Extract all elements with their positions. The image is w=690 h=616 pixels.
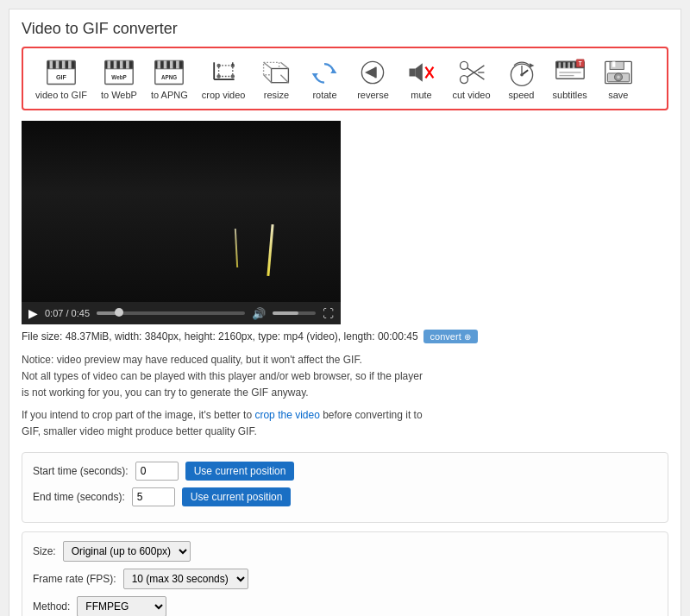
start-time-row: Start time (seconds): Use current positi… (33, 462, 657, 481)
progress-bar[interactable] (97, 311, 245, 315)
fps-row: Frame rate (FPS): 10 (max 30 seconds) 15… (33, 569, 657, 589)
crop-video-link[interactable]: crop the video (254, 409, 319, 421)
tool-save[interactable]: save (596, 53, 641, 104)
svg-rect-60 (572, 62, 574, 68)
svg-point-24 (216, 64, 221, 68)
svg-rect-10 (114, 61, 117, 69)
svg-rect-4 (62, 61, 66, 69)
save-icon (601, 57, 636, 88)
tool-label: subtitles (553, 90, 587, 100)
tool-subtitles[interactable]: T subtitles (548, 53, 593, 104)
svg-line-48 (467, 68, 484, 80)
tool-label: speed (509, 90, 535, 100)
page-container: Video to GIF converter GIF video to GIF (9, 9, 681, 616)
svg-line-47 (467, 66, 484, 78)
svg-line-33 (281, 62, 289, 68)
speed-icon (505, 57, 539, 88)
svg-rect-66 (610, 61, 624, 69)
rotate-icon (307, 57, 342, 88)
svg-rect-59 (568, 62, 570, 68)
svg-rect-2 (49, 61, 53, 69)
toolbar: GIF video to GIF WebP to WebP (22, 47, 668, 110)
file-info-text: File size: 48.37MiB, width: 3840px, heig… (22, 330, 418, 343)
video-light-2 (235, 229, 238, 267)
svg-rect-57 (558, 62, 561, 68)
tool-label: to WebP (101, 90, 137, 100)
notice-line4: If you intend to crop part of the image,… (22, 407, 668, 424)
reverse-icon (355, 57, 390, 88)
tool-video-to-gif[interactable]: GIF video to GIF (30, 53, 92, 104)
method-select[interactable]: FFMPEG ImageMagick (77, 596, 166, 616)
end-time-input[interactable] (132, 487, 175, 506)
use-position-start-button[interactable]: Use current position (185, 462, 295, 481)
svg-rect-67 (612, 61, 616, 66)
resize-icon (259, 57, 293, 88)
notice-line1: Notice: video preview may have reduced q… (22, 352, 668, 368)
svg-point-70 (617, 76, 620, 79)
notice-line2: Not all types of video can be played wit… (22, 368, 668, 385)
tool-label: cut video (452, 90, 490, 100)
svg-marker-37 (312, 73, 318, 78)
tool-crop-video[interactable]: crop video (197, 53, 251, 104)
fullscreen-button[interactable]: ⛶ (323, 307, 334, 320)
time-settings-section: Start time (seconds): Use current positi… (22, 452, 668, 523)
svg-rect-5 (68, 61, 72, 69)
tool-label: save (608, 90, 628, 100)
size-label: Size: (33, 545, 56, 557)
size-select[interactable]: Original (up to 600px) 320px 480px 600px (63, 541, 191, 562)
use-position-end-button[interactable]: Use current position (182, 487, 292, 506)
svg-point-46 (460, 61, 467, 69)
tool-rotate[interactable]: rotate (302, 53, 347, 104)
fps-select[interactable]: 10 (max 30 seconds) 15 (max 20 seconds) … (123, 569, 248, 589)
method-row: Method: FFMPEG ImageMagick (33, 596, 657, 616)
svg-text:WebP: WebP (111, 74, 126, 80)
start-time-label: Start time (seconds): (33, 465, 129, 477)
svg-point-26 (216, 74, 221, 79)
svg-rect-9 (107, 61, 110, 69)
fps-label: Frame rate (FPS): (33, 573, 116, 585)
tool-resize[interactable]: resize (254, 53, 298, 104)
start-time-input[interactable] (135, 462, 179, 481)
volume-fill (273, 311, 298, 315)
tool-reverse[interactable]: reverse (350, 53, 395, 104)
svg-rect-58 (563, 62, 566, 68)
tool-to-webp[interactable]: WebP to WebP (96, 53, 142, 104)
tool-label: resize (264, 90, 289, 100)
svg-marker-36 (331, 69, 337, 73)
size-row: Size: Original (up to 600px) 320px 480px… (33, 541, 657, 562)
svg-point-27 (231, 74, 235, 79)
tool-label: crop video (202, 90, 246, 100)
time-display: 0:07 / 0:45 (45, 308, 90, 318)
clapper-apng-icon: APNG (152, 57, 186, 88)
play-button[interactable]: ▶ (28, 306, 38, 320)
svg-marker-42 (416, 63, 423, 82)
notice-line6: GIF, smaller video might produce better … (22, 424, 668, 440)
tool-label: rotate (312, 90, 336, 100)
output-settings-section: Size: Original (up to 600px) 320px 480px… (22, 531, 668, 616)
notice-line3: is not working for you, you can try to g… (22, 385, 668, 401)
mute-icon (404, 57, 438, 88)
volume-icon: 🔊 (252, 307, 266, 320)
video-light-1 (267, 224, 273, 276)
svg-point-45 (460, 76, 467, 84)
file-info-bar: File size: 48.37MiB, width: 3840px, heig… (22, 330, 668, 343)
volume-bar[interactable] (273, 311, 316, 315)
end-time-label: End time (seconds): (33, 491, 125, 503)
svg-line-32 (264, 62, 272, 68)
convert-inline-button[interactable]: convert ⊕ (423, 330, 478, 343)
tool-mute[interactable]: mute (398, 53, 443, 104)
video-screen (22, 121, 341, 302)
tool-to-apng[interactable]: APNG to APNG (146, 53, 193, 104)
video-scene (22, 121, 341, 302)
svg-marker-54 (530, 63, 534, 67)
svg-text:GIF: GIF (56, 73, 67, 81)
tool-label: mute (411, 90, 431, 100)
subtitles-icon: T (553, 57, 587, 88)
clapper-webp-icon: WebP (102, 57, 136, 88)
tool-speed[interactable]: speed (499, 53, 544, 104)
svg-rect-18 (170, 61, 173, 69)
tool-cut-video[interactable]: cut video (447, 53, 495, 104)
tool-label: video to GIF (35, 90, 87, 100)
svg-rect-19 (176, 61, 179, 69)
page-title: Video to GIF converter (22, 20, 668, 38)
